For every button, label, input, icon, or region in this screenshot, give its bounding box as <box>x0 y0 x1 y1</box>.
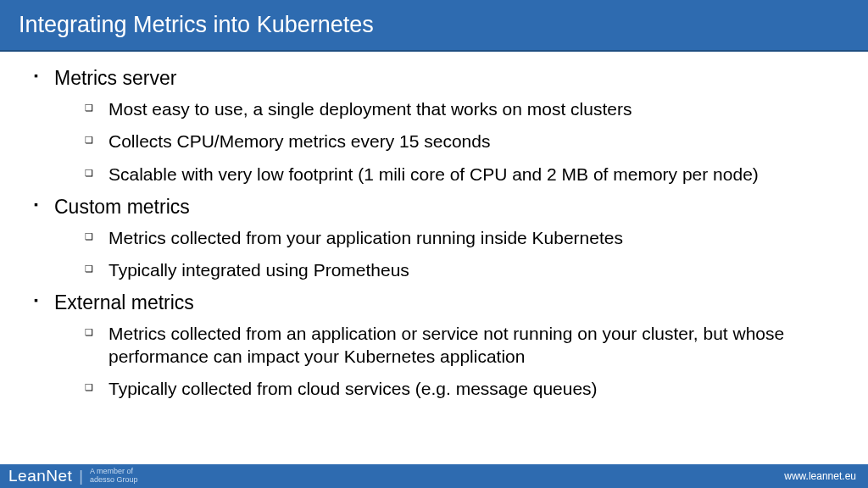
slide-content: Metrics server Most easy to use, a singl… <box>0 52 868 400</box>
list-item: Most easy to use, a single deployment th… <box>85 98 834 120</box>
slide-title: Integrating Metrics into Kubernetes <box>0 0 868 52</box>
list-item: Scalable with very low footprint (1 mili… <box>85 164 834 186</box>
section-external-metrics: External metrics Metrics collected from … <box>34 291 834 400</box>
section-heading: External metrics <box>34 291 834 314</box>
list-item: Collects CPU/Memory metrics every 15 sec… <box>85 130 834 152</box>
section-list: Metrics collected from an application or… <box>34 323 834 400</box>
logo-divider: | <box>79 468 83 485</box>
list-item: Metrics collected from an application or… <box>85 323 834 368</box>
slide-footer: LeanNet | A member of adesso Group www.l… <box>0 464 868 488</box>
section-list: Most easy to use, a single deployment th… <box>34 98 834 186</box>
logo: LeanNet <box>8 467 72 485</box>
section-metrics-server: Metrics server Most easy to use, a singl… <box>34 67 834 186</box>
tagline: A member of adesso Group <box>90 468 138 485</box>
list-item: Metrics collected from your application … <box>85 227 834 249</box>
list-item: Typically integrated using Prometheus <box>85 259 834 281</box>
footer-left: LeanNet | A member of adesso Group <box>8 467 138 485</box>
footer-url: www.leannet.eu <box>784 470 856 482</box>
section-custom-metrics: Custom metrics Metrics collected from yo… <box>34 196 834 282</box>
list-item: Typically collected from cloud services … <box>85 378 834 400</box>
section-heading: Metrics server <box>34 67 834 90</box>
tagline-line: adesso Group <box>90 476 138 485</box>
section-list: Metrics collected from your application … <box>34 227 834 282</box>
section-heading: Custom metrics <box>34 196 834 219</box>
